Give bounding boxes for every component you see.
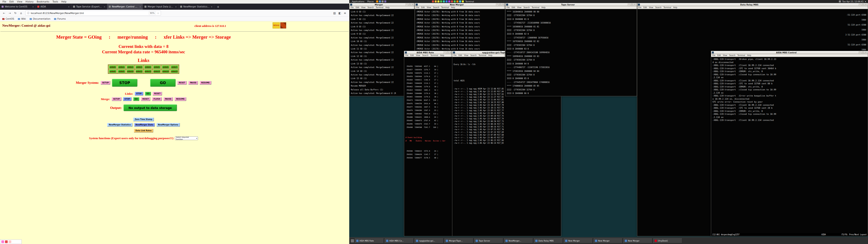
menu-item[interactable]: Terminal (478, 55, 486, 57)
url-bar[interactable]: ⓘ localhost:8115/NewMerger/NewMerger.tml… (25, 11, 161, 16)
applications-menu[interactable]: Applications (351, 0, 365, 3)
firefox-menu-item[interactable]: Tools (51, 0, 60, 3)
link-button[interactable]: aida4 (145, 65, 151, 68)
menu-item[interactable]: Search (470, 55, 476, 57)
browser-tab[interactable]: NewMerger Statistics @ aida... × (179, 4, 214, 10)
merge-stop-button[interactable]: STOP (123, 97, 131, 101)
close-icon[interactable]: × (865, 52, 867, 54)
show-desktop-icon[interactable] (351, 239, 354, 242)
link-button[interactable]: aida15 (171, 70, 178, 73)
taskbar-window-button[interactable]: New Merger (623, 238, 652, 243)
taskbar-window-button[interactable]: Data Relay MBS (534, 238, 563, 243)
menu-item[interactable]: File (454, 55, 456, 57)
menu-item[interactable]: Edit (643, 6, 647, 8)
tray-icon[interactable] (443, 0, 445, 2)
titlebar[interactable]: Merger ─ □ × (349, 3, 414, 6)
taskbar-window-button[interactable]: npg@aidas-gsi... (414, 238, 443, 243)
maximize-icon[interactable]: □ (408, 4, 411, 6)
merge-resume-button[interactable]: RESUME (175, 97, 186, 101)
titlebar[interactable]: AIDA MBS Control ─ □ × (711, 51, 868, 54)
launcher-icon[interactable] (381, 0, 383, 2)
tray-icon[interactable] (445, 0, 447, 2)
taskbar-window-button[interactable]: [AnyDesk] (653, 238, 682, 243)
titlebar[interactable]: Data Relay MBS ─ □ × (637, 3, 868, 6)
zero-time-stamp-button[interactable]: Zero Time Stamp (133, 118, 154, 121)
close-icon[interactable]: × (450, 52, 452, 54)
menu-item[interactable]: Terminal (532, 6, 539, 8)
menu-item[interactable]: Search (729, 55, 735, 57)
firefox-menu-item[interactable]: File (1, 0, 8, 3)
bookmark-item[interactable]: Forums (54, 18, 66, 20)
menu-item[interactable]: Terminal (663, 6, 671, 8)
menu-item[interactable]: Edit (458, 55, 462, 57)
url-text[interactable]: localhost:8115/NewMerger/NewMerger.tml (31, 12, 147, 15)
maximize-icon[interactable]: □ (499, 4, 501, 6)
link-button[interactable]: aida6 (162, 65, 169, 68)
link-button[interactable]: aida9 (118, 70, 125, 73)
maximize-icon[interactable]: □ (862, 4, 864, 6)
menu-item[interactable]: View (723, 55, 727, 57)
reload-icon[interactable]: ↻ (13, 11, 18, 16)
taskbar-window-button[interactable]: Tape Server (474, 238, 503, 243)
newmerger-stats-button[interactable]: NewMerger Stats (134, 123, 155, 127)
links-reset-button[interactable]: RESET (153, 92, 162, 96)
browser-tab[interactable]: NewMerger: Control @ aida... × (107, 4, 143, 10)
close-icon[interactable]: × (633, 4, 636, 6)
maximize-icon[interactable]: □ (446, 52, 449, 54)
tray-icon[interactable] (459, 0, 461, 2)
zoom-indicator[interactable]: 90% (149, 11, 156, 15)
link-button[interactable]: aida2 (127, 65, 134, 68)
link-button[interactable]: aida10 (127, 70, 134, 73)
menu-item[interactable]: Help (673, 6, 677, 8)
volume-icon[interactable] (839, 0, 841, 2)
system-function-select[interactable]: Select required function ▾ (175, 136, 198, 140)
newmerger-stats-button[interactable]: NewMerger Options (156, 123, 180, 127)
launcher-icon[interactable] (379, 0, 381, 2)
bookmark-star-icon[interactable]: ☆ (157, 12, 159, 14)
firefox-menu-item[interactable]: Bookmarks (35, 0, 51, 3)
maximize-icon[interactable]: □ (631, 4, 633, 6)
taskbar-window-button[interactable]: New Merger (564, 238, 593, 243)
link-button[interactable]: aida12 (145, 70, 151, 73)
menu-item[interactable]: Help (385, 6, 390, 8)
popup-icon[interactable] (5, 240, 8, 243)
menu-item[interactable]: Terminal (737, 55, 745, 57)
menu-item[interactable]: Help (541, 6, 546, 8)
panel-clock[interactable]: Tue Apr 23, 12:06:41 (842, 0, 864, 3)
minimize-icon[interactable]: ─ (859, 4, 861, 6)
back-icon[interactable]: ← (2, 11, 6, 16)
link-button[interactable]: aida3 (135, 65, 143, 68)
minimize-icon[interactable]: ─ (496, 4, 498, 6)
forward-icon[interactable]: → (7, 11, 12, 16)
merge-reset-button[interactable]: RESET (141, 97, 150, 101)
menu-item[interactable]: View (649, 6, 653, 8)
links-go-button[interactable]: GO (145, 92, 151, 96)
menu-item[interactable]: Search (524, 6, 530, 8)
menu-item[interactable]: File (350, 6, 353, 8)
sidebar-icon[interactable]: ◧ (339, 11, 341, 15)
menu-item[interactable]: Help (440, 55, 444, 57)
menu-item[interactable]: Help (488, 55, 492, 57)
terminal-output[interactable]: 356456 5383940 4227.1 64 | 356457 538395… (404, 57, 453, 236)
menu-item[interactable]: Terminal (430, 55, 438, 57)
merger-resume-button[interactable]: RESUME (199, 81, 211, 85)
window-controls[interactable]: ─ □ × (496, 4, 504, 6)
merger-reset-button[interactable]: RESET (177, 81, 187, 85)
titlebar[interactable]: AIDA MBS Rate ─ □ × (404, 51, 453, 54)
output-storage-button[interactable]: No output to data storage (123, 104, 177, 111)
bookmark-item[interactable]: Documentation (30, 18, 51, 20)
menu-item[interactable]: File (506, 6, 509, 8)
tray-icon[interactable] (448, 0, 450, 2)
close-icon[interactable]: × (502, 4, 504, 6)
minimize-icon[interactable]: ─ (628, 4, 630, 6)
menu-item[interactable]: File (712, 55, 715, 57)
taskbar-window-button[interactable]: Merger/Tape... (444, 238, 473, 243)
tab-close-icon[interactable]: × (175, 6, 177, 8)
tray-icon[interactable] (454, 0, 456, 2)
menu-item[interactable]: Search (655, 6, 661, 8)
window-controls[interactable]: ─ □ × (859, 4, 867, 6)
link-button[interactable]: aida5 (153, 65, 160, 68)
minimize-icon[interactable]: ─ (859, 52, 861, 54)
merge-go-button[interactable]: GO (133, 97, 139, 101)
home-icon[interactable]: ⌂ (19, 11, 23, 16)
